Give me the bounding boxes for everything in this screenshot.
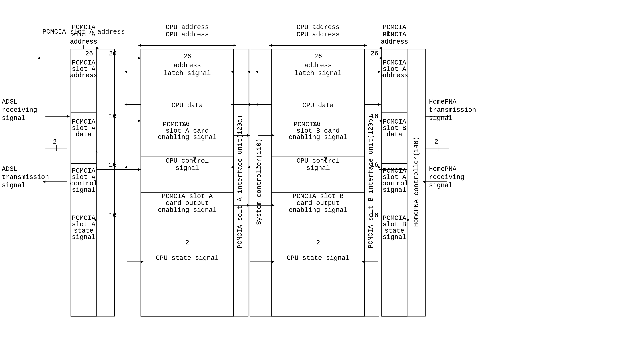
pcmcia-a-row6-text: CPU state signal bbox=[156, 254, 219, 262]
bus-16-homepna-state: 16 bbox=[370, 212, 378, 219]
pcmcia-a-row2-text: CPU data bbox=[172, 102, 203, 109]
pcmcia-b-row3-text3: enabling signal bbox=[289, 134, 348, 141]
homepna-transmission-label: HomePNA bbox=[429, 98, 456, 106]
pcmcia-a-row3-text3: enabling signal bbox=[158, 134, 217, 141]
system-controller-label: System controller(110) bbox=[256, 138, 263, 225]
adsl-bus-2: 2 bbox=[53, 138, 57, 146]
pcmcia-b-row1-text2: latch signal bbox=[294, 70, 342, 77]
bus-16-1: 16 bbox=[109, 113, 116, 120]
adsl-transmission-label3: signal bbox=[2, 182, 26, 189]
homepna-transmission-label3: signal bbox=[429, 114, 452, 122]
pcmcia-a-row4-text1: CPU control bbox=[166, 157, 209, 165]
pcmcia-b-row6-num: 2 bbox=[316, 239, 320, 246]
bus-26-1: 26 bbox=[109, 50, 116, 58]
pcmcia-b-row1-text1: address bbox=[304, 62, 332, 69]
pcmcia-b-row5-text2: card output bbox=[296, 200, 340, 207]
top-cpu-addr-label-2: CPU address bbox=[296, 24, 340, 31]
svg-text:2: 2 bbox=[324, 156, 328, 163]
diagram-svg: text { font-family: 'Courier New', Couri… bbox=[0, 0, 638, 364]
svg-text:2: 2 bbox=[193, 156, 197, 163]
pcmcia-b-row5-text3: enabling signal bbox=[289, 206, 348, 214]
svg-text:address: address bbox=[380, 72, 408, 79]
pcmcia-b-row4-text1: CPU control bbox=[296, 157, 340, 165]
svg-text:signal: signal bbox=[382, 234, 406, 241]
pcmcia-b-row5-text1: PCMCIA slot B bbox=[293, 193, 344, 200]
adsl-transmission-label: ADSL bbox=[2, 165, 18, 173]
svg-text:address: address bbox=[380, 38, 408, 46]
top-pcmcia-slot-a-addr: PCMCIA slot A address bbox=[42, 28, 125, 36]
bus-16-homepna-data: 16 bbox=[370, 113, 378, 120]
svg-text:address: address bbox=[70, 72, 97, 79]
pcmcia-b-row6-text: CPU state signal bbox=[287, 254, 350, 262]
top-cpu-label-pcmcia-b: CPU address bbox=[296, 31, 340, 38]
pcmcia-a-row5-text1: PCMCIA slot A bbox=[162, 193, 213, 200]
svg-text:signal: signal bbox=[72, 234, 96, 241]
svg-text:data: data bbox=[386, 131, 402, 138]
homepna-receiving-label2: receiving bbox=[429, 174, 464, 181]
pcmcia-a-row5-text3: enabling signal bbox=[158, 206, 217, 214]
svg-text:data: data bbox=[76, 131, 92, 138]
pcmcia-a-row5-text2: card output bbox=[166, 200, 209, 207]
homepna-receiving-label: HomePNA bbox=[429, 165, 456, 173]
svg-rect-30 bbox=[141, 49, 234, 316]
top-homepna-addr-label: PCMCIA bbox=[382, 31, 406, 38]
top-cpu-addr-label-1: CPU address bbox=[166, 24, 209, 31]
pcmcia-b-row1-num: 26 bbox=[314, 53, 322, 60]
pcmcia-a-label: PCMCIA solt A interface unit(120a) bbox=[236, 115, 244, 248]
svg-text:signal: signal bbox=[72, 186, 96, 194]
pcmcia-b-row2-text: CPU data bbox=[302, 102, 334, 109]
pcmcia-a-row4-text2: signal bbox=[176, 164, 199, 172]
top-cpu-label-pcmcia-a: CPU address bbox=[166, 31, 209, 38]
homepna-bus-2: 2 bbox=[434, 138, 438, 146]
bus-16-3: 16 bbox=[109, 212, 116, 219]
pcmcia-b-label: PCMCIA solt B interface unit(120b) bbox=[367, 115, 374, 248]
pcmcia-a-row1-text1: address bbox=[174, 62, 201, 69]
bus-26-adsl-addr: 26 bbox=[85, 50, 93, 58]
pcmcia-a-row1-text2: latch signal bbox=[164, 70, 211, 77]
bus-16-2: 16 bbox=[109, 161, 116, 169]
adsl-receiving-label: ADSL bbox=[2, 98, 18, 106]
pcmcia-a-row6-num: 2 bbox=[185, 239, 189, 246]
pcmcia-b-row4-text2: signal bbox=[306, 164, 330, 172]
adsl-transmission-label2: transmission bbox=[2, 174, 49, 181]
svg-rect-58 bbox=[272, 49, 364, 316]
svg-text:16: 16 bbox=[313, 120, 320, 128]
adsl-receiving-label2: receiving bbox=[2, 106, 37, 114]
svg-text:signal: signal bbox=[382, 186, 406, 194]
svg-text:16: 16 bbox=[182, 120, 190, 128]
bus-26-homepna: 26 bbox=[370, 50, 378, 58]
homepna-controller-label: HomePNA controller(140) bbox=[412, 137, 420, 227]
adsl-receiving-label3: signal bbox=[2, 114, 26, 122]
bus-16-homepna-ctrl: 16 bbox=[370, 161, 378, 169]
pcmcia-a-row1-num: 26 bbox=[183, 53, 191, 60]
top-label-homepna-addr: PCMCIA bbox=[382, 24, 406, 31]
homepna-transmission-label2: transmission bbox=[429, 106, 476, 114]
homepna-receiving-label3: signal bbox=[429, 182, 452, 189]
svg-text:address: address bbox=[70, 38, 97, 46]
